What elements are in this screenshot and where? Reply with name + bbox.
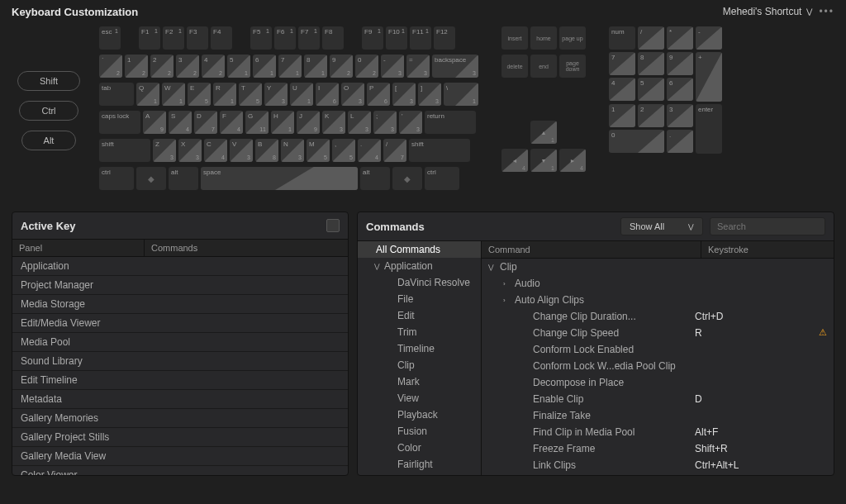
tree-item[interactable]: Timeline bbox=[358, 340, 481, 357]
key-backspace[interactable]: backspace3 bbox=[432, 55, 478, 78]
key-.[interactable]: .4 bbox=[358, 139, 381, 162]
active-key-checkbox[interactable] bbox=[326, 219, 340, 232]
command-row[interactable]: Conform Lock W...edia Pool Clip bbox=[482, 358, 834, 374]
key-K[interactable]: K3 bbox=[322, 111, 345, 134]
key-alt[interactable]: alt bbox=[360, 167, 390, 190]
numpad-num[interactable]: num bbox=[609, 26, 635, 50]
panel-item[interactable]: Media Storage bbox=[12, 295, 348, 314]
key-T[interactable]: T5 bbox=[239, 83, 262, 106]
tree-item[interactable]: File bbox=[358, 291, 481, 307]
numpad-*[interactable]: * bbox=[667, 26, 693, 50]
key-Q[interactable]: Q1 bbox=[136, 83, 159, 106]
key-=[interactable]: =3 bbox=[406, 55, 430, 78]
key-space[interactable]: space bbox=[201, 167, 358, 190]
panel-item[interactable]: Edit Timeline bbox=[12, 371, 348, 390]
key-shift[interactable]: shift bbox=[409, 139, 470, 162]
key-][interactable]: ]3 bbox=[418, 83, 441, 106]
key-A[interactable]: A9 bbox=[143, 111, 166, 134]
key-,[interactable]: ,5 bbox=[332, 139, 355, 162]
key-V[interactable]: V3 bbox=[230, 139, 253, 162]
key-M[interactable]: M5 bbox=[307, 139, 330, 162]
key-blank[interactable]: ◆ bbox=[392, 167, 422, 190]
search-input[interactable] bbox=[717, 221, 818, 231]
ctrl-modifier[interactable]: Ctrl bbox=[19, 101, 78, 121]
panel-item[interactable]: Gallery Memories bbox=[12, 409, 348, 428]
numpad-/[interactable]: / bbox=[638, 26, 664, 50]
tree-item[interactable]: Playback bbox=[358, 407, 481, 423]
key-[[interactable]: [3 bbox=[392, 83, 416, 106]
key-F4[interactable]: F4 bbox=[211, 26, 232, 50]
numpad-8[interactable]: 8 bbox=[638, 52, 664, 75]
numpad-1[interactable]: 1 bbox=[609, 104, 635, 127]
tree-item[interactable]: DaVinci Resolve bbox=[358, 274, 481, 291]
navkey-insert[interactable]: insert bbox=[501, 26, 528, 50]
key-5[interactable]: 51 bbox=[227, 55, 250, 78]
command-row[interactable]: Conform Lock Enabled bbox=[482, 341, 834, 358]
arrow-down-key[interactable]: ▼1 bbox=[530, 149, 557, 172]
tree-item[interactable]: ⋁Application bbox=[358, 258, 481, 274]
key-F11[interactable]: F111 bbox=[410, 26, 431, 50]
navkey-home[interactable]: home bbox=[530, 26, 557, 50]
key-F7[interactable]: F71 bbox=[298, 26, 320, 50]
key-P[interactable]: P6 bbox=[367, 83, 390, 106]
filter-dropdown[interactable]: Show All ⋁ bbox=[620, 217, 703, 235]
key-D[interactable]: D7 bbox=[194, 111, 217, 134]
key-J[interactable]: J9 bbox=[297, 111, 320, 134]
numpad-6[interactable]: 6 bbox=[667, 78, 693, 101]
key-2[interactable]: 22 bbox=[150, 55, 173, 78]
key-return[interactable]: return bbox=[425, 111, 476, 134]
tree-item[interactable]: Edit bbox=[358, 307, 481, 324]
navkey-page-up[interactable]: page up bbox=[559, 26, 586, 50]
key-O[interactable]: O3 bbox=[341, 83, 364, 106]
command-row[interactable]: ⋁Clip bbox=[482, 259, 834, 275]
key-/[interactable]: /7 bbox=[383, 139, 406, 162]
key-\[interactable]: \1 bbox=[444, 83, 478, 106]
numpad-3[interactable]: 3 bbox=[667, 104, 693, 127]
numpad-7[interactable]: 7 bbox=[609, 52, 635, 75]
key-S[interactable]: S4 bbox=[169, 111, 192, 134]
key-9[interactable]: 92 bbox=[330, 55, 353, 78]
key-C[interactable]: C4 bbox=[204, 139, 227, 162]
key-0[interactable]: 02 bbox=[355, 55, 378, 78]
key-G[interactable]: G11 bbox=[245, 111, 269, 134]
alt-modifier[interactable]: Alt bbox=[21, 131, 77, 150]
key-;[interactable]: ;3 bbox=[373, 111, 397, 134]
key-F12[interactable]: F12 bbox=[434, 26, 455, 50]
key-H[interactable]: H1 bbox=[271, 111, 294, 134]
key-F1[interactable]: F11 bbox=[139, 26, 160, 50]
key-N[interactable]: N3 bbox=[281, 139, 304, 162]
key-F10[interactable]: F101 bbox=[386, 26, 407, 50]
tree-item[interactable]: All Commands bbox=[358, 241, 481, 258]
panel-item[interactable]: Gallery Media View bbox=[12, 447, 348, 466]
tree-item[interactable]: Trim bbox=[358, 324, 481, 340]
shift-modifier[interactable]: Shift bbox=[17, 71, 80, 91]
key-ctrl[interactable]: ctrl bbox=[425, 167, 459, 190]
key-7[interactable]: 71 bbox=[278, 55, 302, 78]
numpad-5[interactable]: 5 bbox=[638, 78, 664, 101]
key-F8[interactable]: F8 bbox=[322, 26, 344, 50]
numpad-4[interactable]: 4 bbox=[609, 78, 635, 101]
key-blank[interactable]: ◆ bbox=[136, 167, 166, 190]
key-F[interactable]: F4 bbox=[220, 111, 243, 134]
command-row[interactable]: Enable ClipD bbox=[482, 391, 834, 407]
arrow-up-key[interactable]: ▲1 bbox=[530, 121, 557, 144]
arrow-left-key[interactable]: ◄4 bbox=[501, 149, 528, 172]
command-row[interactable]: Change Clip SpeedR ⚠ bbox=[482, 325, 834, 341]
key-F6[interactable]: F61 bbox=[274, 26, 296, 50]
key-ctrl[interactable]: ctrl bbox=[99, 167, 134, 190]
key-Z[interactable]: Z3 bbox=[153, 139, 176, 162]
numpad-plus[interactable]: + bbox=[696, 52, 722, 102]
panel-item[interactable]: Project Manager bbox=[12, 276, 348, 295]
numpad--[interactable]: - bbox=[696, 26, 722, 50]
command-row[interactable]: ›Auto Align Clips bbox=[482, 292, 834, 308]
command-row[interactable]: Change Clip Duration...Ctrl+D bbox=[482, 308, 834, 325]
key-E[interactable]: E5 bbox=[188, 83, 211, 106]
key-Y[interactable]: Y3 bbox=[264, 83, 288, 106]
key-`[interactable]: `2 bbox=[99, 55, 122, 78]
numpad-enter[interactable]: enter bbox=[696, 104, 722, 154]
key-R[interactable]: R1 bbox=[213, 83, 236, 106]
panel-item[interactable]: Color Viewer bbox=[12, 466, 348, 475]
numpad-.[interactable]: . bbox=[667, 130, 693, 153]
arrow-right-key[interactable]: ►4 bbox=[559, 149, 586, 172]
key-8[interactable]: 81 bbox=[304, 55, 327, 78]
